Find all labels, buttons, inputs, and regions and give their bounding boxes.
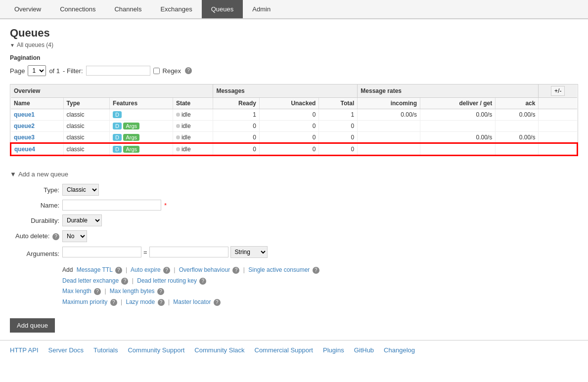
queue-extra (539, 109, 577, 121)
arg-overflow-behaviour[interactable]: Overflow behaviour (179, 266, 230, 273)
col-empty (539, 98, 577, 109)
overflow-help[interactable]: ? (232, 267, 239, 274)
footer-plugins[interactable]: Plugins (323, 346, 344, 354)
durability-row: Durability: Durable Transient (10, 214, 578, 226)
footer-community-slack[interactable]: Community Slack (194, 346, 244, 354)
args-type-select[interactable]: String Number Boolean (230, 246, 268, 258)
arg-max-length[interactable]: Max length (62, 288, 91, 295)
queue-name[interactable]: queue4 (11, 143, 63, 155)
auto-expire-help[interactable]: ? (163, 267, 170, 274)
arg-auto-expire[interactable]: Auto expire (131, 266, 161, 273)
footer-changelog[interactable]: Changelog (384, 346, 415, 354)
queue-features: D Args (110, 143, 173, 155)
nav-overview[interactable]: Overview (5, 0, 50, 18)
col-state: State (173, 98, 213, 109)
maximum-priority-help[interactable]: ? (110, 299, 117, 306)
pagination-row: Page 1 of 1 - Filter: Regex ? (10, 65, 578, 76)
sep2: | (174, 266, 175, 273)
col-ack: ack (496, 98, 539, 109)
arg-message-ttl[interactable]: Message TTL (77, 266, 113, 273)
args-value-input[interactable] (149, 247, 228, 257)
nav-exchanges[interactable]: Exchanges (151, 0, 201, 18)
add-queue-button[interactable]: Add queue (10, 318, 55, 333)
state-dot (176, 113, 180, 117)
all-queues-toggle[interactable]: ▼ All queues (4) (10, 42, 578, 48)
col-features: Features (110, 98, 173, 109)
queue-name[interactable]: queue3 (11, 132, 63, 144)
name-row: Name: * (10, 200, 578, 211)
master-locator-help[interactable]: ? (214, 299, 221, 306)
filter-label: - Filter: (63, 67, 83, 75)
name-label: Name: (10, 202, 59, 209)
args-key-input[interactable] (62, 247, 141, 257)
page-select[interactable]: 1 (28, 65, 46, 76)
state-dot (176, 124, 180, 128)
single-active-help[interactable]: ? (313, 267, 319, 274)
queue-extra (539, 121, 577, 132)
queue-name[interactable]: queue1 (11, 109, 63, 121)
arg-max-length-bytes[interactable]: Max length bytes (110, 288, 155, 295)
table-row[interactable]: queue4classicD Args idle000 (11, 143, 577, 155)
queue-incoming: 0.00/s (358, 109, 420, 121)
args-badge[interactable]: Args (123, 123, 139, 129)
auto-delete-help-icon[interactable]: ? (52, 233, 59, 240)
filter-input[interactable] (86, 66, 150, 76)
arg-dead-letter-exchange[interactable]: Dead letter exchange (62, 277, 119, 284)
arg-lazy-mode[interactable]: Lazy mode (126, 298, 155, 305)
message-ttl-help[interactable]: ? (115, 267, 122, 274)
queue-features: D Args (110, 121, 173, 132)
arg-master-locator[interactable]: Master locator (173, 298, 211, 305)
arguments-label: Arguments: (10, 250, 59, 257)
queue-features: D (110, 109, 173, 121)
arg-maximum-priority[interactable]: Maximum priority (62, 298, 107, 305)
add-queue-toggle[interactable]: ▼ Add a new queue (10, 170, 578, 178)
queue-name[interactable]: queue2 (11, 121, 63, 132)
regex-checkbox[interactable] (153, 68, 160, 74)
queue-deliverget: 0.00/s (420, 109, 495, 121)
queue-deliverget: 0.00/s (420, 132, 495, 144)
footer-commercial-support[interactable]: Commercial Support (255, 346, 314, 354)
nav-connections[interactable]: Connections (50, 0, 105, 18)
durable-badge: D (113, 123, 122, 129)
group-message-rates: Message rates (358, 85, 539, 98)
state-dot (176, 135, 180, 139)
regex-help-icon[interactable]: ? (185, 67, 192, 74)
col-total: Total (319, 98, 358, 109)
queue-ack (496, 121, 539, 132)
arg-dead-letter-routing-key[interactable]: Dead letter routing key (137, 277, 197, 284)
queue-ack: 0.00/s (496, 132, 539, 144)
group-messages: Messages (213, 85, 358, 98)
footer-tutorials[interactable]: Tutorials (93, 346, 118, 354)
footer-http-api[interactable]: HTTP API (10, 346, 39, 354)
max-length-bytes-help[interactable]: ? (157, 288, 164, 295)
queue-state: idle (173, 121, 213, 132)
dead-letter-exchange-help[interactable]: ? (121, 278, 128, 285)
durability-select[interactable]: Durable Transient (62, 214, 102, 226)
nav-queues[interactable]: Queues (202, 0, 243, 18)
group-overview: Overview (11, 85, 213, 98)
auto-delete-select[interactable]: No Yes (62, 230, 87, 242)
plus-minus-button[interactable]: +/- (551, 86, 565, 96)
arg-single-active-consumer[interactable]: Single active consumer (248, 266, 310, 273)
max-length-help[interactable]: ? (94, 288, 101, 295)
plus-minus-btn[interactable]: +/- (539, 85, 577, 98)
table-row[interactable]: queue1classicD idle1010.00/s0.00/s0.00/s (11, 109, 577, 121)
lazy-mode-help[interactable]: ? (158, 299, 165, 306)
footer-github[interactable]: GitHub (354, 346, 374, 354)
table-row[interactable]: queue3classicD Args idle0000.00/s0.00/s (11, 132, 577, 144)
queue-deliverget (420, 121, 495, 132)
nav-admin[interactable]: Admin (243, 0, 280, 18)
page-label: Page (10, 67, 25, 75)
footer-community-support[interactable]: Community Support (128, 346, 184, 354)
table-row[interactable]: queue2classicD Args idle000 (11, 121, 577, 132)
args-badge[interactable]: Args (123, 146, 139, 153)
dead-letter-routing-help[interactable]: ? (199, 278, 206, 285)
type-select[interactable]: Classic Quorum Stream (62, 184, 99, 196)
nav-channels[interactable]: Channels (105, 0, 151, 18)
args-badge[interactable]: Args (123, 134, 139, 141)
footer-server-docs[interactable]: Server Docs (48, 346, 84, 354)
name-input[interactable] (62, 200, 161, 211)
col-type: Type (63, 98, 110, 109)
args-inputs: = String Number Boolean (62, 246, 268, 258)
queue-ack (496, 143, 539, 155)
